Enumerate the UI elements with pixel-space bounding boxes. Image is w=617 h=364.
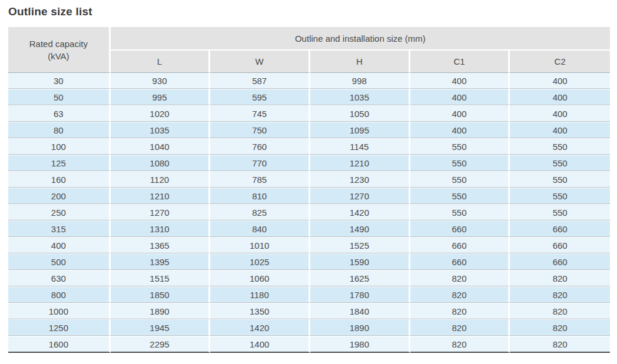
size-cell: 2295: [111, 336, 211, 353]
table-row: 1600229514001980820820: [8, 336, 610, 353]
size-cell: 820: [510, 286, 610, 303]
table-row: 12510807701210550550: [8, 155, 610, 171]
size-cell: 1270: [111, 204, 211, 221]
size-cell: 1210: [111, 188, 211, 204]
table-row: 6310207451050400400: [8, 105, 610, 122]
size-cell: 550: [510, 188, 610, 204]
size-cell: 550: [510, 204, 610, 221]
table-row: 10010407601145550550: [8, 138, 610, 155]
size-cell: 1050: [310, 105, 410, 122]
size-cell: 820: [410, 319, 510, 336]
column-header-rated-capacity-line2: (kVA): [8, 50, 109, 62]
capacity-cell: 400: [8, 237, 111, 253]
size-cell: 820: [410, 303, 510, 319]
size-cell: 550: [410, 171, 510, 188]
capacity-cell: 63: [8, 105, 111, 122]
size-cell: 820: [510, 303, 610, 319]
size-cell: 995: [111, 89, 211, 105]
size-cell: 1590: [310, 253, 410, 270]
table-body: 3093058799840040050995595103540040063102…: [8, 73, 610, 353]
size-cell: 825: [210, 204, 310, 221]
size-cell: 820: [410, 270, 510, 286]
table-row: 400136510101525660660: [8, 237, 610, 253]
page-title: Outline size list: [8, 5, 617, 18]
size-cell: 660: [410, 221, 510, 237]
size-cell: 1420: [310, 204, 410, 221]
size-cell: 750: [210, 122, 310, 138]
size-cell: 1020: [111, 105, 211, 122]
table-row: 30930587998400400: [8, 73, 610, 89]
column-header-C2: C2: [510, 51, 610, 73]
size-cell: 550: [510, 138, 610, 155]
size-cell: 1400: [210, 336, 310, 353]
capacity-cell: 100: [8, 138, 111, 155]
size-cell: 1180: [210, 286, 310, 303]
size-cell: 400: [410, 73, 510, 89]
column-header-C1: C1: [410, 51, 510, 73]
size-cell: 660: [510, 253, 610, 270]
capacity-cell: 200: [8, 188, 111, 204]
capacity-cell: 1000: [8, 303, 111, 319]
table-row: 1000189013501840820820: [8, 303, 610, 319]
size-cell: 550: [410, 138, 510, 155]
size-cell: 400: [510, 122, 610, 138]
size-cell: 930: [111, 73, 211, 89]
table-row: 16011207851230550550: [8, 171, 610, 188]
size-cell: 400: [410, 122, 510, 138]
outline-size-table: Rated capacity (kVA) Outline and install…: [8, 27, 610, 353]
size-cell: 1095: [310, 122, 410, 138]
size-cell: 1060: [210, 270, 310, 286]
table-row: 31513108401490660660: [8, 221, 610, 237]
size-cell: 1310: [111, 221, 211, 237]
size-cell: 1270: [310, 188, 410, 204]
size-cell: 770: [210, 155, 310, 171]
size-cell: 1365: [111, 237, 211, 253]
capacity-cell: 30: [8, 73, 111, 89]
size-cell: 400: [410, 105, 510, 122]
column-header-L: L: [111, 51, 211, 73]
size-cell: 1035: [111, 122, 211, 138]
size-cell: 820: [510, 319, 610, 336]
size-cell: 1395: [111, 253, 211, 270]
size-cell: 595: [210, 89, 310, 105]
size-cell: 550: [410, 204, 510, 221]
table-row: 8010357501095400400: [8, 122, 610, 138]
size-cell: 1210: [310, 155, 410, 171]
size-cell: 1040: [111, 138, 211, 155]
table-header: Rated capacity (kVA) Outline and install…: [8, 27, 610, 73]
capacity-cell: 800: [8, 286, 111, 303]
capacity-cell: 125: [8, 155, 111, 171]
capacity-cell: 50: [8, 89, 111, 105]
table-row: 20012108101270550550: [8, 188, 610, 204]
size-cell: 587: [210, 73, 310, 89]
size-cell: 1035: [310, 89, 410, 105]
size-cell: 550: [510, 155, 610, 171]
size-cell: 660: [410, 237, 510, 253]
column-header-rated-capacity-line1: Rated capacity: [8, 38, 109, 50]
size-cell: 1120: [111, 171, 211, 188]
column-header-H: H: [310, 51, 410, 73]
capacity-cell: 160: [8, 171, 111, 188]
size-cell: 550: [410, 188, 510, 204]
size-cell: 1025: [210, 253, 310, 270]
size-cell: 1515: [111, 270, 211, 286]
size-cell: 660: [510, 237, 610, 253]
capacity-cell: 250: [8, 204, 111, 221]
size-cell: 1980: [310, 336, 410, 353]
size-cell: 998: [310, 73, 410, 89]
table-row: 800185011801780820820: [8, 286, 610, 303]
size-cell: 1010: [210, 237, 310, 253]
size-cell: 550: [410, 155, 510, 171]
size-cell: 400: [510, 89, 610, 105]
size-cell: 1230: [310, 171, 410, 188]
size-cell: 1145: [310, 138, 410, 155]
column-header-W: W: [210, 51, 310, 73]
size-cell: 550: [510, 171, 610, 188]
table-row: 630151510601625820820: [8, 270, 610, 286]
size-cell: 1780: [310, 286, 410, 303]
size-cell: 1890: [111, 303, 211, 319]
size-cell: 745: [210, 105, 310, 122]
size-cell: 820: [410, 336, 510, 353]
size-cell: 820: [510, 270, 610, 286]
size-cell: 400: [510, 73, 610, 89]
